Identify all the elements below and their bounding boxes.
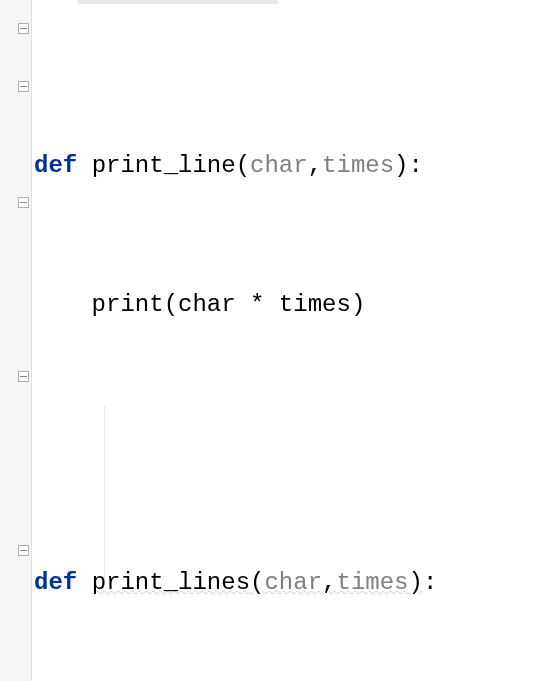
param: times bbox=[336, 569, 408, 596]
code-line: print(char * times) bbox=[34, 276, 557, 334]
fold-icon[interactable] bbox=[18, 545, 29, 556]
param: char bbox=[264, 569, 322, 596]
keyword-def: def bbox=[34, 152, 77, 179]
code-editor: def print_line(char,times): print(char *… bbox=[0, 0, 557, 681]
tab-indicator bbox=[78, 0, 278, 4]
code-area[interactable]: def print_line(char,times): print(char *… bbox=[32, 0, 557, 681]
code-line: def print_line(char,times): bbox=[34, 137, 557, 195]
fold-icon[interactable] bbox=[18, 371, 29, 382]
param: times bbox=[322, 152, 394, 179]
fold-icon[interactable] bbox=[18, 197, 29, 208]
builtin-call: print bbox=[92, 291, 164, 318]
param: char bbox=[250, 152, 308, 179]
keyword-def: def bbox=[34, 569, 77, 596]
func-name: print_line bbox=[92, 152, 236, 179]
gutter bbox=[0, 0, 32, 681]
fold-icon[interactable] bbox=[18, 23, 29, 34]
func-name: print_lines bbox=[92, 569, 250, 596]
blank-line bbox=[34, 415, 557, 473]
code-line: def print_lines(char,times): bbox=[34, 554, 557, 612]
fold-icon[interactable] bbox=[18, 81, 29, 92]
